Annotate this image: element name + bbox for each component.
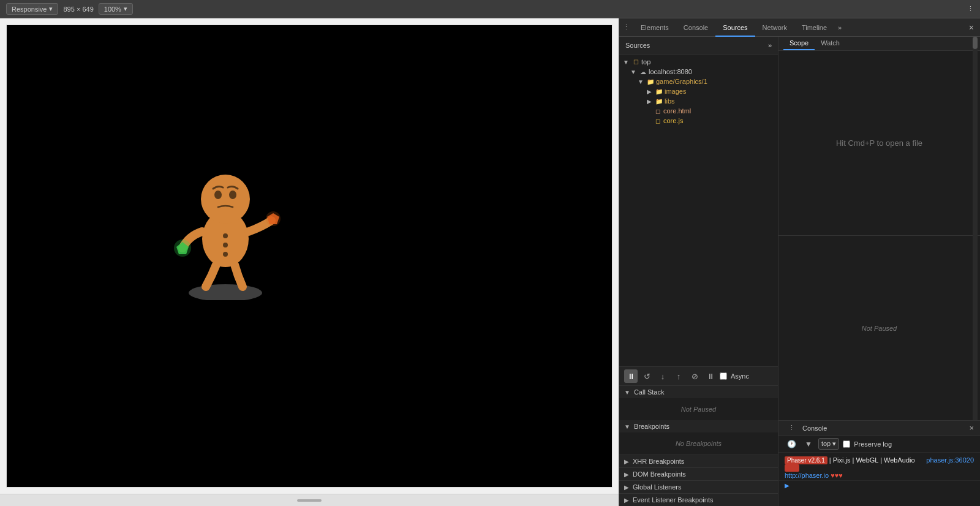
- tab-scope[interactable]: Scope: [783, 37, 815, 50]
- tree-item-libs[interactable]: ▶ 📁 libs: [619, 96, 778, 106]
- breakpoints-body: No Breakpoints: [619, 432, 778, 455]
- console-expand-arrow[interactable]: ▶: [778, 481, 980, 490]
- tab-sources[interactable]: Sources: [715, 18, 755, 37]
- call-stack-body: Not Paused: [619, 398, 778, 420]
- game-canvas: [7, 25, 612, 487]
- zoom-chevron-icon: ▾: [124, 5, 127, 13]
- console-dropdown-icon: ▾: [832, 440, 836, 447]
- tree-label-libs: libs: [665, 97, 675, 105]
- folder-game-icon: 📁: [646, 78, 655, 85]
- call-stack-header[interactable]: ▼ Call Stack: [619, 386, 778, 398]
- devtools-kebab-icon[interactable]: ⋮: [619, 23, 633, 31]
- toolbar-more-icon[interactable]: ⋮: [967, 5, 974, 13]
- xhr-breakpoints-label: XHR Breakpoints: [633, 458, 684, 465]
- main-area: ⋮ Elements Console Sources Network Timel…: [0, 18, 980, 506]
- file-html-icon: ◻: [654, 108, 662, 115]
- svg-point-2: [201, 175, 250, 224]
- tree-item-top[interactable]: ▼ ☐ top: [619, 57, 778, 67]
- tab-network[interactable]: Network: [755, 18, 794, 37]
- console-filter-icon[interactable]: ▼: [802, 439, 815, 450]
- scope-watch-tabs: Scope Watch: [778, 37, 980, 51]
- breakpoints-header[interactable]: ▼ Breakpoints: [619, 420, 778, 432]
- folder-libs-icon: 📁: [655, 98, 663, 105]
- responsive-label: Responsive: [12, 6, 47, 13]
- devtools-header-tabs: ⋮ Elements Console Sources Network Timel…: [619, 18, 980, 37]
- global-arrow-icon: ▶: [624, 484, 629, 491]
- editor-hint-text: Hit Cmd+P to open a file: [778, 51, 980, 235]
- step-into-button[interactable]: ↓: [656, 369, 669, 383]
- global-listeners-header[interactable]: ▶ Global Listeners: [619, 481, 778, 493]
- tab-console[interactable]: Console: [676, 18, 715, 37]
- sources-panel-more-icon[interactable]: »: [768, 42, 772, 49]
- viewport-dimensions: 895 × 649: [63, 6, 93, 13]
- preserve-log-checkbox[interactable]: [843, 440, 850, 448]
- tree-arrow-localhost-icon: ▼: [629, 69, 638, 75]
- xhr-breakpoints-header[interactable]: ▶ XHR Breakpoints: [619, 455, 778, 467]
- step-over-button[interactable]: ↺: [640, 369, 654, 383]
- viewport-handle: [297, 499, 322, 502]
- event-listener-header[interactable]: ▶ Event Listener Breakpoints: [619, 494, 778, 506]
- console-body: Phaser v2.6.1 | Pixi.js | WebGL | WebAud…: [778, 453, 980, 506]
- preserve-log-label: Preserve log: [854, 440, 892, 448]
- gingerbread-character: [164, 141, 287, 300]
- tab-elements[interactable]: Elements: [633, 18, 676, 37]
- sources-panel-title: Sources: [625, 42, 650, 49]
- breakpoints-section: ▼ Breakpoints No Breakpoints: [619, 420, 778, 455]
- dom-breakpoints-label: DOM Breakpoints: [633, 470, 686, 478]
- console-clock-icon[interactable]: 🕐: [785, 439, 799, 450]
- pause-on-exceptions-button[interactable]: ⏸: [704, 369, 717, 383]
- devtools-close-button[interactable]: ×: [963, 23, 980, 32]
- console-close-button[interactable]: ×: [969, 423, 974, 432]
- toolbar-right: ⋮: [961, 5, 980, 13]
- console-log-source[interactable]: phaser.js:36020: [926, 456, 974, 464]
- responsive-chevron-icon: ▾: [49, 5, 53, 13]
- svg-point-3: [214, 191, 222, 199]
- console-toolbar: 🕐 ▼ top ▾ Preserve log: [778, 436, 980, 453]
- breakpoints-arrow-icon: ▼: [624, 423, 630, 430]
- scope-content: Not Paused: [778, 235, 980, 420]
- zoom-select[interactable]: 100% ▾: [99, 3, 133, 15]
- tree-arrow-game-icon: ▼: [636, 78, 645, 85]
- global-listeners-label: Global Listeners: [633, 483, 682, 491]
- deactivate-breakpoints-button[interactable]: ⊘: [688, 369, 701, 383]
- tree-item-core-html[interactable]: ◻ core.html: [619, 106, 778, 116]
- toolbar-left: Responsive ▾ 895 × 649 100% ▾: [0, 3, 961, 15]
- tree-label-core-html: core.html: [663, 107, 691, 115]
- console-title: Console: [802, 425, 965, 432]
- tree-arrow-libs-icon: ▶: [645, 98, 654, 105]
- tree-label-core-js: core.js: [663, 117, 683, 124]
- file-tree: ▼ ☐ top ▼ ☁ localhost:8080 ▼: [619, 55, 778, 366]
- tree-item-game-graphics[interactable]: ▼ 📁 game/Graphics/1: [619, 77, 778, 86]
- tab-watch[interactable]: Watch: [815, 37, 846, 50]
- step-out-button[interactable]: ↑: [672, 369, 685, 383]
- tree-item-localhost[interactable]: ▼ ☁ localhost:8080: [619, 67, 778, 77]
- responsive-select[interactable]: Responsive ▾: [6, 3, 58, 15]
- phaser-color-block: [785, 464, 799, 472]
- async-checkbox[interactable]: [720, 372, 727, 380]
- call-stack-arrow-icon: ▼: [624, 389, 630, 396]
- scope-not-paused-text: Not Paused: [862, 325, 897, 332]
- console-panel: ⋮ Console × 🕐 ▼ top ▾ Preserve log: [778, 420, 980, 506]
- phaser-url[interactable]: http://phaser.io: [785, 472, 829, 479]
- editor-scrollbar[interactable]: [973, 51, 978, 235]
- console-context-select[interactable]: top ▾: [818, 438, 839, 450]
- tab-timeline[interactable]: Timeline: [794, 18, 834, 37]
- tree-item-images[interactable]: ▶ 📁 images: [619, 86, 778, 96]
- event-arrow-icon: ▶: [624, 497, 629, 504]
- folder-top-icon: ☐: [631, 59, 640, 66]
- tab-more-icon[interactable]: »: [834, 24, 845, 31]
- breakpoints-title: Breakpoints: [634, 423, 669, 430]
- console-kebab-icon[interactable]: ⋮: [785, 424, 799, 432]
- console-panel-header: ⋮ Console ×: [778, 421, 980, 436]
- tree-item-core-js[interactable]: ◻ core.js: [619, 116, 778, 126]
- pause-resume-button[interactable]: ⏸: [624, 369, 638, 383]
- svg-point-6: [223, 243, 228, 247]
- dom-breakpoints-header[interactable]: ▶ DOM Breakpoints: [619, 468, 778, 480]
- phaser-version-label: Phaser v2.6.1: [785, 456, 827, 464]
- tree-label-top: top: [641, 58, 650, 66]
- svg-point-7: [223, 252, 228, 257]
- dom-breakpoints-section: ▶ DOM Breakpoints: [619, 467, 778, 480]
- no-breakpoints-text: No Breakpoints: [629, 435, 768, 452]
- tree-label-game: game/Graphics/1: [656, 78, 707, 85]
- svg-point-5: [223, 233, 228, 238]
